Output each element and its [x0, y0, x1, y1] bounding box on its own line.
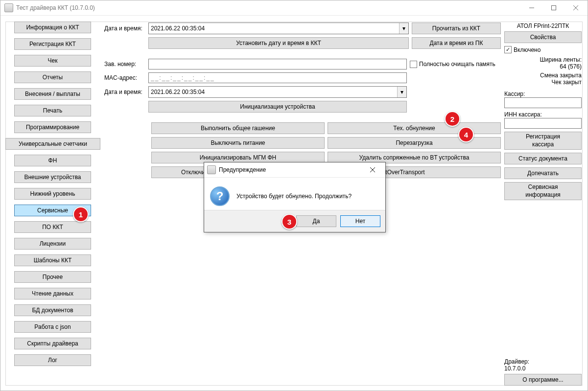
- shift-status: Смена закрыта: [504, 72, 582, 79]
- cashier-inn-input[interactable]: [504, 118, 582, 129]
- sidebar-item-deposit[interactable]: Внесения / выплаты: [14, 88, 91, 100]
- full-clear-checkbox[interactable]: [410, 61, 417, 68]
- sidebar-item-print[interactable]: Печать: [14, 105, 91, 116]
- no-button[interactable]: Нет: [340, 215, 380, 227]
- sidebar-item-firmware[interactable]: ПО ККТ: [14, 221, 91, 233]
- dialog-icon: [207, 165, 216, 174]
- sidebar: Информация о ККТ Регистрация ККТ Чек Отч…: [5, 22, 99, 386]
- tech-reset-button[interactable]: Тех. обнуление: [328, 122, 501, 134]
- sidebar-item-templates[interactable]: Шаблоны ККТ: [14, 254, 91, 266]
- sidebar-item-lic[interactable]: Лицензии: [14, 238, 91, 250]
- badge-2: 2: [445, 111, 460, 127]
- tape-width-label: Ширина ленты:: [504, 56, 582, 63]
- serial-input[interactable]: [148, 59, 407, 69]
- datetime-value1: 2021.06.22 00:35:04: [151, 25, 205, 32]
- sidebar-item-prog[interactable]: Программирование: [14, 121, 91, 133]
- full-clear-label: Полностью очищать память: [419, 61, 495, 68]
- reprint-button[interactable]: Допечатать: [504, 167, 582, 179]
- device-name: АТОЛ FPrint-22ПТК: [504, 23, 582, 29]
- badge-3: 3: [282, 214, 297, 230]
- set-datetime-button[interactable]: Установить дату и время в ККТ: [148, 37, 409, 49]
- app-window: Тест драйвера ККТ (10.7.0.0) Информация …: [0, 0, 588, 391]
- app-icon: [4, 3, 13, 12]
- sidebar-item-other[interactable]: Прочее: [14, 271, 91, 283]
- chevron-down-icon[interactable]: ▾: [399, 23, 408, 34]
- about-button[interactable]: О программе...: [504, 374, 582, 386]
- datetime-from-pc-button[interactable]: Дата и время из ПК: [412, 37, 501, 49]
- power-off-button[interactable]: Выключить питание: [151, 137, 325, 149]
- question-icon: ?: [210, 186, 230, 206]
- yes-button[interactable]: Да: [296, 215, 336, 227]
- cashier-input[interactable]: [504, 97, 582, 108]
- mac-input[interactable]: [148, 72, 407, 83]
- reboot-button[interactable]: Перезагрузка: [328, 137, 501, 149]
- register-cashier-button[interactable]: Регистрация кассира: [504, 132, 582, 150]
- sidebar-item-readdata[interactable]: Чтение данных: [14, 288, 91, 299]
- init-device-button[interactable]: Инициализация устройства: [148, 101, 407, 113]
- check-status: Чек закрыт: [504, 79, 582, 86]
- sidebar-item-lowlevel[interactable]: Нижний уровень: [14, 188, 91, 200]
- serial-label: Зав. номер:: [104, 61, 148, 68]
- sidebar-item-json[interactable]: Работа с json: [14, 321, 91, 333]
- enabled-checkbox[interactable]: [504, 46, 512, 53]
- enabled-label: Включено: [514, 46, 541, 53]
- close-button[interactable]: [564, 1, 587, 15]
- sidebar-item-log[interactable]: Лог: [14, 354, 91, 366]
- cashier-inn-label: ИНН кассира:: [504, 111, 582, 118]
- datetime-label: Дата и время:: [104, 25, 148, 32]
- badge-4: 4: [458, 127, 474, 142]
- properties-button[interactable]: Свойства: [504, 31, 582, 43]
- tape-width-value: 64 (576): [504, 63, 582, 70]
- window-title: Тест драйвера ККТ (10.7.0.0): [16, 4, 95, 11]
- sidebar-item-scripts[interactable]: Скрипты драйвера: [14, 338, 91, 349]
- sidebar-item-fn[interactable]: ФН: [14, 155, 91, 166]
- sidebar-item-db[interactable]: БД документов: [14, 304, 91, 316]
- sidebar-item-reg[interactable]: Регистрация ККТ: [14, 38, 91, 50]
- right-panel: АТОЛ FPrint-22ПТК Свойства Включено Шири…: [504, 23, 582, 386]
- datetime-combo1[interactable]: 2021.06.22 00:35:04 ▾: [148, 23, 409, 34]
- datetime2-label: Дата и время:: [104, 89, 148, 95]
- general-quench-button[interactable]: Выполнить общее гашение: [151, 122, 325, 134]
- dialog-title: Предупреждение: [219, 166, 266, 173]
- sidebar-item-check[interactable]: Чек: [14, 55, 91, 67]
- service-info-button[interactable]: Сервисная информация: [504, 182, 582, 200]
- dialog-message: Устройство будет обнулено. Продолжить?: [236, 193, 352, 200]
- chevron-down-icon[interactable]: ▾: [397, 87, 406, 97]
- sidebar-item-counters[interactable]: Универсальные счетчики: [5, 138, 100, 150]
- cashier-label: Кассир:: [504, 91, 582, 97]
- driver-version: 10.7.0.0: [504, 365, 582, 372]
- svg-rect-1: [551, 6, 556, 10]
- mac-label: MAC-адрес:: [104, 74, 148, 81]
- dialog-close-button[interactable]: [363, 163, 382, 177]
- datetime-combo2[interactable]: 2021.06.22 00:35:04 ▾: [148, 86, 407, 98]
- sidebar-item-info[interactable]: Информация о ККТ: [14, 22, 91, 33]
- sidebar-item-extdev[interactable]: Внешние устройства: [14, 171, 91, 183]
- badge-1: 1: [73, 207, 89, 222]
- titlebar: Тест драйвера ККТ (10.7.0.0): [0, 0, 588, 16]
- minimize-button[interactable]: [520, 1, 542, 15]
- datetime-value2: 2021.06.22 00:35:04: [151, 89, 205, 95]
- maximize-button[interactable]: [542, 1, 564, 15]
- driver-label: Драйвер:: [504, 358, 582, 365]
- sidebar-item-reports[interactable]: Отчеты: [14, 71, 91, 83]
- read-from-kkt-button[interactable]: Прочитать из ККТ: [412, 23, 501, 34]
- doc-status-button[interactable]: Статус документа: [504, 153, 582, 164]
